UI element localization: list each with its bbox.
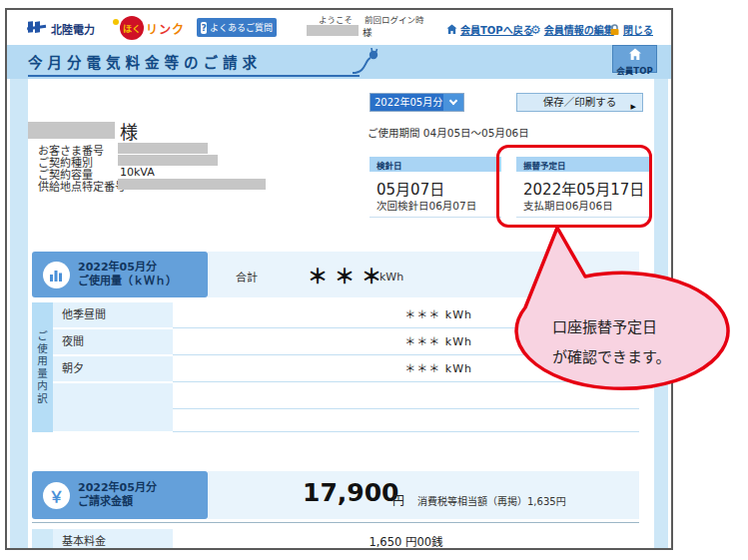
breakdown-row-label	[53, 383, 173, 408]
billing-amount-row: 17,900 円 消費税等相当額（再掲）1,635円	[208, 471, 639, 519]
billing-amount: 17,900	[303, 478, 398, 507]
total-usage-unit: kWh	[379, 271, 403, 283]
page-title-bar: 今月分電気料金等のご請求 会員TOP	[7, 45, 671, 79]
redacted-customer-number	[118, 143, 208, 154]
transfer-date-highlight-box	[496, 145, 652, 228]
home-icon	[446, 24, 457, 35]
meter-reading-box: 検針日 05月07日 次回検針日06月07日	[370, 157, 501, 218]
customer-name-suffix: 様	[120, 118, 138, 144]
total-label: 合計	[236, 269, 258, 284]
next-reading-date: 次回検針日06月07日	[376, 198, 476, 213]
top-bar: 北陸電力 ほく リンク ? よくあるご質問 ようこそ 前回ログイン時 様 会員T…	[7, 10, 671, 45]
save-print-button[interactable]: 保存／印刷する ▶	[516, 93, 643, 112]
hokulink-logo: ほく リンク	[113, 15, 185, 41]
last-login-label: 前回ログイン時	[365, 13, 424, 25]
hokulink-dot-icon	[113, 19, 119, 25]
billing-month-select[interactable]: 2022年05月分	[370, 93, 464, 112]
hokuriku-logo-icon	[27, 18, 47, 37]
supply-point-label: 供給地点特定番号	[38, 178, 126, 194]
breakdown-row-label	[53, 406, 173, 431]
company-name: 北陸電力	[51, 21, 95, 37]
browser-window: 北陸電力 ほく リンク ? よくあるご質問 ようこそ 前回ログイン時 様 会員T…	[5, 8, 673, 550]
question-icon: ?	[201, 22, 207, 34]
basic-fee-label: 基本料金	[53, 529, 173, 550]
meter-reading-date: 05月07日	[376, 178, 444, 199]
page-title-underline: 今月分電気料金等のご請求	[28, 51, 360, 77]
bar-chart-icon	[43, 262, 70, 288]
meter-reading-header: 検針日	[370, 157, 501, 172]
link-close[interactable]: 閉じる	[609, 22, 653, 37]
redacted-contract-type	[118, 155, 218, 166]
redacted-user-name	[307, 25, 359, 36]
play-arrow-icon: ▶	[631, 99, 636, 116]
name-suffix: 様	[363, 25, 373, 39]
breakdown-row-label: 夜間	[53, 329, 173, 354]
billing-section-header: ￥ 2022年05月分ご請求金額	[32, 471, 208, 519]
billing-header-text: 2022年05月分ご請求金額	[78, 481, 157, 510]
redacted-supply-point	[118, 179, 266, 190]
total-usage-value: ＊＊＊	[308, 261, 388, 289]
section-divider	[32, 522, 639, 523]
home-icon	[628, 48, 642, 61]
tax-note: 消費税等相当額（再掲）1,635円	[417, 493, 566, 508]
gear-icon: ⚙	[530, 24, 541, 36]
callout-text-line1: 口座振替予定日	[552, 315, 657, 336]
redacted-customer-name	[28, 122, 115, 139]
callout-text-line2: が確認できます。	[552, 345, 671, 366]
yen-icon: ￥	[43, 482, 70, 509]
usage-header-text: 2022年05月分ご使用量（ｋＷｈ）	[78, 261, 177, 289]
member-top-button[interactable]: 会員TOP	[612, 45, 657, 73]
hokulink-circle: ほく	[120, 16, 144, 40]
welcome-label: ようこそ	[319, 13, 353, 25]
hokulink-text: リンク	[146, 20, 185, 37]
breakdown-row-label: 他季昼間	[53, 302, 173, 327]
usage-breakdown-caption: ご使用量内訳	[32, 302, 53, 432]
page-title: 今月分電気料金等のご請求	[28, 55, 262, 71]
billing-amount-unit: 円	[392, 491, 404, 508]
lock-icon	[609, 24, 620, 36]
plug-cord-icon	[353, 46, 386, 76]
chevron-down-icon[interactable]	[443, 94, 463, 111]
link-edit-member-info[interactable]: ⚙ 会員情報の編集	[530, 22, 614, 37]
content-panel: 様 お客さま番号 ご契約種別 ご契約容量 10kVA 供給地点特定番号 2022…	[28, 79, 654, 548]
breakdown-row-label: 朝夕	[53, 356, 173, 381]
usage-section-header: 2022年05月分ご使用量（ｋＷｈ）	[32, 252, 208, 297]
usage-period-text: ご使用期間 04月05日～05月06日	[368, 125, 529, 140]
basic-fee-marker	[32, 529, 53, 550]
breakdown-row-value	[173, 406, 639, 432]
link-member-top[interactable]: 会員TOPへ戻る	[446, 22, 533, 37]
usage-total-row: 合計 ＊＊＊ kWh	[208, 252, 639, 297]
selected-month: 2022年05月分	[371, 94, 443, 111]
screenshot-canvas: 北陸電力 ほく リンク ? よくあるご質問 ようこそ 前回ログイン時 様 会員T…	[0, 0, 748, 560]
faq-button[interactable]: ? よくあるご質問	[197, 18, 277, 37]
basic-fee-value: 1,650 円00銭	[173, 529, 639, 550]
